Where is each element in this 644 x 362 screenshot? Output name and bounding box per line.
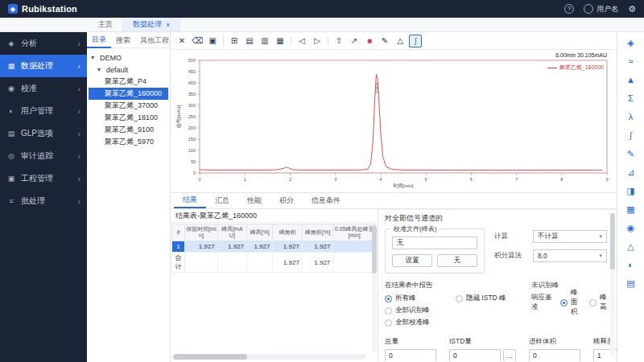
smooth-curve-icon[interactable]: ≈ xyxy=(624,55,638,68)
caret-down-icon[interactable]: ▾ xyxy=(91,54,97,61)
sidebar-item-audit-trail[interactable]: ◎审计追踪› xyxy=(0,145,87,167)
tree-item[interactable]: 聚苯乙烯_18100 xyxy=(89,112,168,124)
results-vscroll-thumb[interactable] xyxy=(372,225,377,274)
table-row[interactable]: 合计1.9271.927 xyxy=(172,253,376,273)
audit-trail-icon: ◎ xyxy=(6,152,16,160)
tab-data-processing[interactable]: 数据处理 × xyxy=(123,18,180,31)
chromatogram-svg[interactable]: 0501001502002503003504004505000123456789… xyxy=(174,52,613,189)
explorer-tab-other-projects[interactable]: 其他工程 xyxy=(135,32,174,48)
settings-scroll-thumb[interactable] xyxy=(610,213,615,269)
print-icon[interactable]: ▦ xyxy=(274,35,287,47)
baseline-icon[interactable]: △ xyxy=(394,35,407,47)
sidebar-item-calibration[interactable]: ◉校准› xyxy=(0,77,87,100)
clear-icon[interactable]: ✕ xyxy=(175,35,188,47)
table-row[interactable]: 11.9271.9271.9271.9271.927 xyxy=(172,241,376,253)
radio-hide-istd-peaks[interactable]: 隐藏 ISTD 峰 xyxy=(456,293,522,304)
algorithm-select[interactable]: 8.0 ▾ xyxy=(533,249,607,262)
set-button[interactable]: 设置 xyxy=(392,254,432,267)
none-button[interactable]: 无 xyxy=(437,254,477,267)
tree-item[interactable]: 聚苯乙烯_37000 xyxy=(89,100,168,112)
tree-item[interactable]: 聚苯乙烯_P4 xyxy=(89,76,168,88)
settings-scrollbar[interactable] xyxy=(610,213,615,356)
explorer-tab-search[interactable]: 搜索 xyxy=(111,32,135,48)
chevron-right-icon: › xyxy=(77,129,80,138)
sidebar-item-data-processing[interactable]: ▦数据处理› xyxy=(0,55,87,77)
export-report-icon[interactable]: ▥ xyxy=(258,35,271,47)
sidebar-item-batch-processing[interactable]: ≡批处理› xyxy=(0,190,87,212)
radio-all-identified-peaks[interactable]: 全部识别峰 xyxy=(385,305,451,316)
save-icon[interactable]: ▣ xyxy=(206,35,219,47)
user-menu[interactable]: 用户名 xyxy=(584,4,618,14)
run-icon[interactable]: ▷ xyxy=(311,35,324,47)
delta-icon[interactable]: △ xyxy=(624,240,638,253)
slope-icon[interactable]: ⊿ xyxy=(624,166,638,179)
caret-down-icon[interactable]: ▾ xyxy=(97,66,104,73)
close-tab-icon[interactable]: × xyxy=(166,21,170,29)
svg-text:3.904: 3.904 xyxy=(374,83,379,94)
explorer-tab-directory[interactable]: 目录 xyxy=(87,32,111,48)
sidebar-item-project-management[interactable]: ▣工程管理› xyxy=(0,167,87,190)
unidentified-group-label: 未识别峰 xyxy=(531,281,607,290)
app-window: ◆ Rubikstation ? 用户名 ⚙ 主页 数据处理 × ◈分析›▦数据… xyxy=(0,0,644,362)
results-panel: 结果表-聚苯乙烯_160000 #保留时间[min]峰高[mAU]峰高[%]峰面… xyxy=(171,209,378,361)
previous-icon[interactable]: ◁ xyxy=(295,35,308,47)
istd-amount-input[interactable]: 0 xyxy=(449,349,501,361)
export-icon[interactable]: ⇧ xyxy=(332,35,345,47)
tree-node-folder[interactable]: ▾default xyxy=(89,64,168,76)
radio-peak-height[interactable]: 峰高 xyxy=(589,297,607,308)
field-injection-volume: 进样体积0 xyxy=(529,337,580,361)
sidebar-item-user-management[interactable]: ◐用户管理› xyxy=(0,100,87,122)
tab-home[interactable]: 主页 xyxy=(89,18,123,31)
radio-label: 所有峰 xyxy=(395,294,416,303)
target-icon[interactable]: ◉ xyxy=(624,221,638,234)
table-icon[interactable]: ⊞ xyxy=(228,35,241,47)
list-view-icon[interactable]: ▤ xyxy=(624,277,638,290)
tab-info-conditions[interactable]: 信息条件 xyxy=(303,193,349,208)
annotate-icon[interactable]: ✎ xyxy=(624,147,638,160)
share-icon[interactable]: ↗ xyxy=(348,35,361,47)
tab-performance[interactable]: 性能 xyxy=(238,193,270,208)
app-logo-icon: ◆ xyxy=(8,4,18,14)
integrate-icon[interactable]: ∫ xyxy=(624,129,638,142)
injection-volume-input[interactable]: 0 xyxy=(529,349,580,361)
file-tree: ▾DEMO▾default聚苯乙烯_P4聚苯乙烯_160000聚苯乙烯_3700… xyxy=(87,48,170,151)
sidebar-item-analysis[interactable]: ◈分析› xyxy=(0,32,87,55)
browse-button[interactable]: … xyxy=(503,349,516,361)
peak-marker-icon[interactable]: ▲ xyxy=(624,73,638,86)
sum-icon[interactable]: Σ xyxy=(624,92,638,105)
radio-peak-area[interactable]: 峰面积 xyxy=(560,297,583,308)
total-amount-input[interactable]: 0 xyxy=(385,349,436,361)
tab-summary[interactable]: 汇总 xyxy=(206,193,238,208)
radio-dot-icon xyxy=(589,299,597,306)
wavelength-icon[interactable]: λ xyxy=(624,110,638,123)
grid-view-icon[interactable]: ▦ xyxy=(624,203,638,216)
tab-integration[interactable]: 积分 xyxy=(270,193,303,208)
tab-data-processing-label: 数据处理 xyxy=(133,19,162,30)
table-cell: 1.927 xyxy=(217,241,246,253)
results-hscroll-thumb[interactable] xyxy=(173,354,247,360)
record-stop-icon[interactable]: ■ xyxy=(363,35,376,47)
tab-results[interactable]: 结果 xyxy=(174,193,206,208)
svg-text:50: 50 xyxy=(191,159,196,164)
integration-tool-icon[interactable]: ∫ xyxy=(409,35,422,47)
contrast-icon[interactable]: ◐ xyxy=(624,258,638,271)
radio-all-peaks[interactable]: 所有峰 xyxy=(385,293,451,304)
annotate-icon[interactable]: ✎ xyxy=(378,35,391,47)
tree-item[interactable]: 聚苯乙烯_160000 xyxy=(89,88,168,100)
tree-node-root[interactable]: ▾DEMO xyxy=(89,51,168,64)
select-caret-icon: ▾ xyxy=(599,233,602,240)
report-icon[interactable]: ▤ xyxy=(243,35,256,47)
eraser-icon[interactable]: ⌫ xyxy=(191,35,204,47)
radio-all-calibrated-peaks[interactable]: 全部校准峰 xyxy=(385,317,451,328)
help-icon[interactable]: ? xyxy=(564,4,574,14)
results-vscrollbar[interactable] xyxy=(372,225,377,352)
tree-item[interactable]: 聚苯乙烯_9100 xyxy=(89,124,168,136)
tree-item[interactable]: 聚苯乙烯_5970 xyxy=(89,136,168,148)
results-hscrollbar[interactable] xyxy=(173,354,366,360)
settings-gear-icon[interactable]: ⚙ xyxy=(628,4,636,14)
overlay-chart-icon[interactable]: ◈ xyxy=(624,36,638,49)
calculation-select[interactable]: 不计算 ▾ xyxy=(533,230,607,243)
calibration-file-input[interactable]: 无 xyxy=(392,237,477,249)
sidebar-item-glp-options[interactable]: ▤GLP选项› xyxy=(0,122,87,145)
split-view-icon[interactable]: ◨ xyxy=(624,184,638,197)
